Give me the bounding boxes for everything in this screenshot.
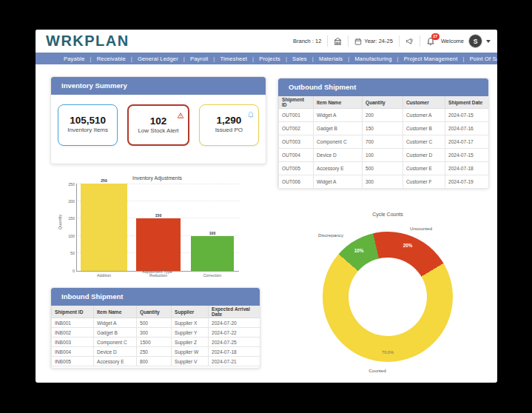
warning-triangle-icon: [177, 109, 184, 122]
table-row: OUT006Widget A300Customer F2024-07-19: [279, 175, 490, 189]
cell: 2024-07-18: [209, 347, 261, 357]
inventory-items-card[interactable]: 105,510 Inventory Items: [58, 104, 118, 146]
cell: OUT004: [279, 149, 314, 162]
building-icon: [334, 37, 342, 45]
outbound-shipment-panel: Outbound Shipment Shipment ID Item Name …: [277, 78, 489, 189]
cell: Customer F: [403, 175, 445, 189]
label-discrepancy: Discrepancy: [318, 232, 355, 238]
issued-po-card[interactable]: 1,290 Issued PO: [199, 104, 259, 146]
separator: [327, 36, 328, 47]
table-row: INB001Widget A500Supplier X2024-07-20: [52, 318, 261, 328]
avatar[interactable]: S: [468, 34, 482, 48]
cell: Device D: [314, 149, 363, 162]
nav-item-general-ledger[interactable]: General Ledger: [126, 56, 178, 62]
welcome-label: Welcome: [441, 38, 464, 44]
cell: Supplier X: [172, 318, 209, 328]
cell: INB001: [52, 318, 94, 328]
cell: 2024-07-25: [209, 338, 261, 347]
col-quantity: Quantity: [363, 96, 403, 109]
nav-item-payroll[interactable]: Payroll: [178, 56, 208, 62]
cell: 2024-07-16: [445, 122, 490, 135]
issued-po-label: Issued PO: [200, 127, 258, 133]
cell: Supplier Y: [172, 328, 209, 338]
desktop-background: { "header": { "logo": "WRKPLAN", "branch…: [0, 0, 532, 413]
cell: Gadget B: [94, 328, 137, 338]
megaphone-icon: [405, 37, 414, 45]
cell: 200: [363, 109, 403, 122]
cell: Supplier W: [172, 347, 209, 357]
nav-item-manufacturing[interactable]: Manufacturing: [343, 56, 391, 62]
fiscal-year-selector[interactable]: Year: 24-25: [354, 38, 393, 45]
slice-pct-counted: 70.0%: [367, 350, 408, 355]
low-stock-label: Low Stock Alert: [129, 127, 187, 134]
donut-chart-title: Cycle Counts: [323, 212, 453, 217]
cell: Supplier Z: [172, 338, 209, 347]
nav-item-point-of-sale[interactable]: Point Of Sale: [457, 56, 497, 62]
notification-badge: 27: [431, 33, 440, 40]
top-header-bar: WRKPLAN Branch : 12 Year: 24-25: [36, 30, 497, 53]
cell: Component C: [314, 135, 363, 149]
separator: [399, 36, 400, 47]
table-row: INB002Gadget B300Supplier Y2024-07-22: [52, 328, 261, 338]
main-nav-bar: Payable Receivable General Ledger Payrol…: [36, 53, 497, 64]
cell: Component C: [94, 338, 137, 347]
y-tick: 100: [61, 234, 75, 238]
table-row: INB004Device D250Supplier W2024-07-18: [52, 347, 261, 357]
y-tick: 200: [61, 199, 75, 204]
cell: OUT003: [279, 135, 314, 149]
nav-item-project-management[interactable]: Project Management: [392, 56, 458, 62]
cell: 150: [363, 122, 403, 135]
nav-item-receivable[interactable]: Receivable: [85, 56, 126, 62]
cell: Device D: [94, 347, 137, 357]
inventory-summary-title: Inventory Summery: [51, 77, 266, 95]
user-menu[interactable]: Welcome S: [441, 34, 491, 48]
cell: 500: [363, 162, 403, 175]
col-shipment-id: Shipment ID: [52, 306, 94, 318]
inbound-shipment-panel: Inbound Shipment Shipment ID Item Name Q…: [50, 287, 260, 369]
bar-reduction: 150: [136, 218, 181, 271]
cell: Customer C: [403, 135, 445, 149]
table-row: OUT003Component C700Customer C2024-07-17: [279, 135, 490, 149]
donut-hole: [349, 258, 427, 336]
nav-item-materials[interactable]: Materials: [307, 56, 343, 62]
cell: Accessory E: [94, 357, 137, 366]
cell: 2024-07-17: [445, 135, 490, 149]
col-shipment-date: Shipment Date: [445, 96, 490, 109]
table-row: INB003Component C1500Supplier Z2024-07-2…: [52, 338, 261, 347]
nav-item-timesheet[interactable]: Timesheet: [208, 56, 247, 62]
inventory-items-value: 105,510: [58, 115, 117, 126]
bar-value: 250: [81, 178, 127, 183]
cell: INB005: [52, 357, 94, 366]
bar-value: 150: [136, 213, 181, 218]
branch-selector[interactable]: Branch : 12: [293, 38, 321, 44]
x-axis-label: Adjustment Type: [76, 269, 238, 274]
col-item-name: Item Name: [94, 306, 137, 318]
low-stock-alert-card[interactable]: 102 Low Stock Alert: [127, 104, 189, 146]
company-button[interactable]: [334, 37, 342, 45]
nav-item-payable[interactable]: Payable: [64, 56, 85, 62]
separator: [348, 36, 349, 47]
table-row: OUT002Gadget B150Customer B2024-07-16: [279, 122, 490, 135]
col-supplier: Supplier: [172, 306, 209, 318]
y-tick: 0: [61, 269, 75, 273]
year-label: Year: 24-25: [364, 38, 393, 44]
cell: 300: [137, 328, 172, 338]
chevron-down-icon[interactable]: [486, 40, 491, 43]
cell: Supplier V: [172, 357, 209, 366]
cell: OUT001: [279, 109, 314, 122]
cell: 2024-07-15: [445, 149, 490, 162]
inventory-adjustments-chart: Inventory Adjustments Quantity 0 50 100 …: [55, 174, 277, 286]
bar-addition: 250: [81, 184, 127, 271]
nav-item-projects[interactable]: Projects: [247, 56, 280, 62]
cell: 800: [137, 357, 172, 366]
col-quantity: Quantity: [137, 306, 172, 318]
cell: OUT006: [279, 175, 314, 189]
nav-item-sales[interactable]: Sales: [280, 56, 307, 62]
col-customer: Customer: [403, 96, 445, 109]
announcements-button[interactable]: [405, 37, 414, 45]
y-tick: 50: [61, 251, 75, 255]
notifications-button[interactable]: 27: [426, 37, 435, 46]
bar-value: 100: [191, 231, 234, 235]
branch-label: Branch : 12: [293, 38, 321, 44]
col-shipment-id: Shipment ID: [279, 96, 314, 109]
